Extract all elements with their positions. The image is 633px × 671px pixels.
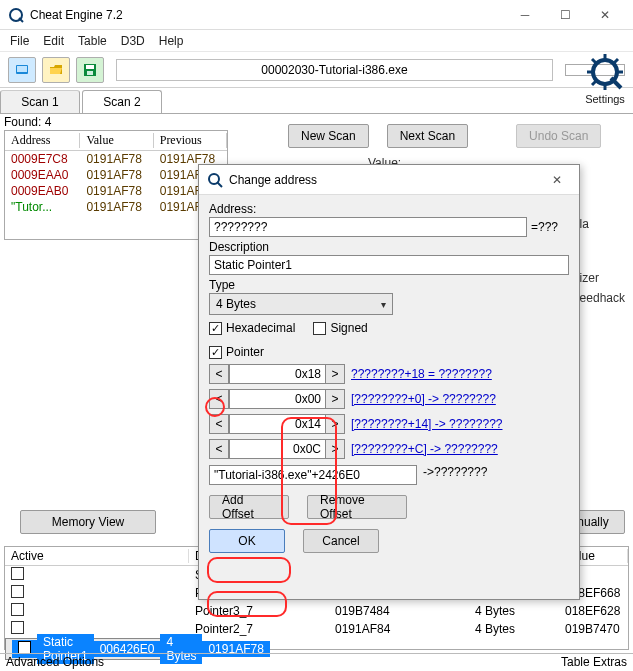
toolbar: 00002030-Tutorial-i386.exe [0,52,633,88]
offset-input[interactable] [285,389,325,409]
svg-line-15 [592,81,596,85]
menu-help[interactable]: Help [159,34,184,48]
offset-next-button[interactable]: > [325,389,345,409]
highlight-add-offset [207,557,291,583]
offset-next-button[interactable]: > [325,364,345,384]
offset-resolved-link[interactable]: [????????+C] -> ???????? [351,442,498,456]
address-equals: =??? [529,220,569,234]
col-previous[interactable]: Previous [154,131,227,151]
result-row[interactable]: 0009E7C80191AF780191AF78 [5,151,227,168]
advanced-options[interactable]: Advanced Options [6,655,104,670]
menu-d3d[interactable]: D3D [121,34,145,48]
process-title: 00002030-Tutorial-i386.exe [116,59,553,81]
result-row[interactable]: 0009EAA00191AF780191AF78 [5,167,227,183]
signed-label: Signed [330,321,367,335]
offset-input[interactable] [285,364,325,384]
cancel-button[interactable]: Cancel [303,529,379,553]
col-value[interactable]: Value [80,131,153,151]
settings-caption: Settings [583,93,627,105]
menu-table[interactable]: Table [78,34,107,48]
svg-line-12 [592,59,596,63]
row-active-checkbox[interactable] [11,621,24,634]
window-title: Cheat Engine 7.2 [30,8,505,22]
next-scan-button[interactable]: Next Scan [387,124,468,148]
col-address[interactable]: Address [5,131,80,151]
highlight-offsets [281,417,337,525]
maximize-button[interactable]: ☐ [545,1,585,29]
base-resolved: ->???????? [423,465,487,479]
pointer-offset-row: < > [????????+C] -> ???????? [209,439,569,459]
add-offset-button[interactable]: Add Offset [209,495,289,519]
svg-line-1 [19,18,23,22]
svg-rect-3 [17,66,27,72]
hexadecimal-checkbox[interactable] [209,322,222,335]
offset-prev-button[interactable]: < [209,414,229,434]
offset-resolved-link[interactable]: [????????+0] -> ???????? [351,392,496,406]
svg-line-14 [614,59,618,63]
minimize-button[interactable]: ─ [505,1,545,29]
highlight-pointer-checkbox [205,397,225,417]
menu-file[interactable]: File [10,34,29,48]
ok-button[interactable]: OK [209,529,285,553]
svg-line-18 [217,182,222,187]
pointer-label: Pointer [226,345,264,359]
memory-view-button[interactable]: Memory View [20,510,156,534]
type-value: 4 Bytes [216,297,256,311]
address-input[interactable] [209,217,527,237]
table-extras[interactable]: Table Extras [561,655,627,670]
scan-tabs: Scan 1 Scan 2 [0,90,633,114]
scan-buttons: New Scan Next Scan Undo Scan [288,124,601,148]
dialog-icon [207,172,223,188]
statusbar: Advanced Options Table Extras [0,653,633,671]
result-row[interactable]: 0009EAB00191AF780191AF78 [5,183,227,199]
pointer-offset-row: < > ????????+18 = ???????? [209,364,569,384]
hexadecimal-label: Hexadecimal [226,321,295,335]
menu-edit[interactable]: Edit [43,34,64,48]
pointer-offset-row: < > [????????+14] -> ???????? [209,414,569,434]
highlight-ok [207,591,287,617]
type-select[interactable]: 4 Bytes ▾ [209,293,393,315]
new-scan-button[interactable]: New Scan [288,124,369,148]
chevron-down-icon: ▾ [381,299,386,310]
tab-scan1[interactable]: Scan 1 [0,90,80,113]
svg-rect-6 [87,71,93,75]
titlebar: Cheat Engine 7.2 ─ ☐ ✕ [0,0,633,30]
signed-checkbox[interactable] [313,322,326,335]
list-row[interactable]: Pointer2_70191AF844 Bytes019B7470 [5,620,628,638]
svg-rect-5 [86,65,94,69]
process-icon[interactable] [8,57,36,83]
found-count-label: Found: 4 [4,115,51,129]
description-label: Description [209,240,569,254]
menubar: File Edit Table D3D Help [0,30,633,52]
result-row[interactable]: "Tutor...0191AF780191AF [5,199,227,215]
address-label: Address: [209,202,569,216]
row-active-checkbox[interactable] [11,567,24,580]
change-address-dialog: Change address ✕ Address: =??? Descripti… [198,164,580,600]
open-icon[interactable] [42,57,70,83]
offset-spacer [229,439,285,459]
offset-spacer [229,389,285,409]
settings-logo[interactable]: Settings [583,54,627,105]
list-row[interactable]: Pointer3_7019B74844 Bytes018EF628 [5,602,628,620]
close-button[interactable]: ✕ [585,1,625,29]
dialog-close-button[interactable]: ✕ [543,167,571,193]
pointer-offset-row: < > [????????+0] -> ???????? [209,389,569,409]
col-active[interactable]: Active [5,547,189,566]
dialog-title: Change address [229,173,543,187]
pointer-checkbox[interactable] [209,346,222,359]
offset-spacer [229,414,285,434]
offset-resolved-link[interactable]: ????????+18 = ???????? [351,367,492,381]
tab-scan2[interactable]: Scan 2 [82,90,162,113]
dialog-titlebar: Change address ✕ [199,165,579,195]
description-input[interactable] [209,255,569,275]
row-active-checkbox[interactable] [11,603,24,616]
offset-spacer [229,364,285,384]
offset-resolved-link[interactable]: [????????+14] -> ???????? [351,417,502,431]
type-label: Type [209,278,569,292]
offset-prev-button[interactable]: < [209,439,229,459]
offset-prev-button[interactable]: < [209,364,229,384]
row-active-checkbox[interactable] [11,585,24,598]
results-table[interactable]: Address Value Previous 0009E7C80191AF780… [4,130,228,240]
undo-scan-button[interactable]: Undo Scan [516,124,601,148]
save-icon[interactable] [76,57,104,83]
